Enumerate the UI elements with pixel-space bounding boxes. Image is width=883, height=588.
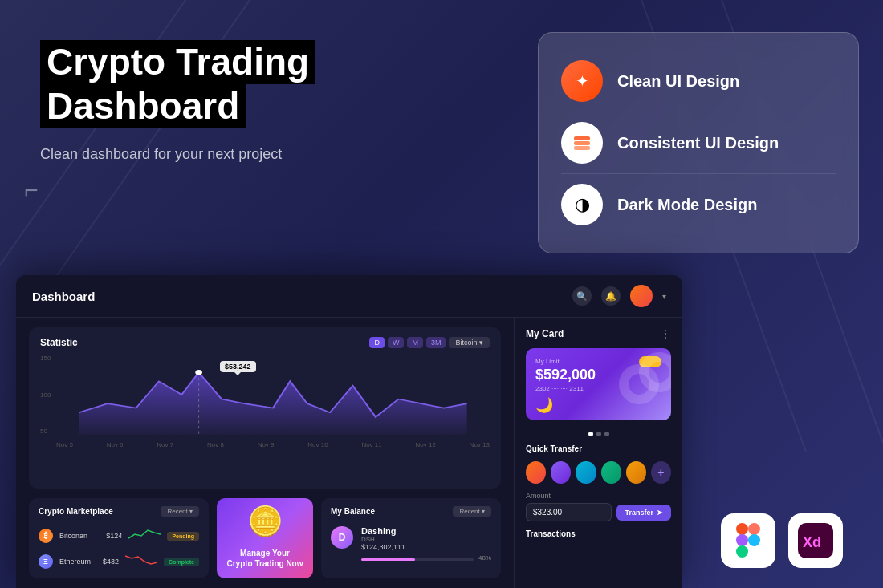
dashboard-left: Statistic D W M 3M Bitcoin ▾ $53,242 150… bbox=[16, 318, 514, 588]
consistent-ui-label: Consistent UI Design bbox=[617, 134, 779, 152]
chart-price-label: $53,242 bbox=[220, 361, 256, 372]
filter-3m[interactable]: 3M bbox=[426, 337, 446, 348]
y-label-50: 50 bbox=[40, 428, 51, 435]
balance-recent-btn[interactable]: Recent ▾ bbox=[453, 506, 491, 517]
btc-price: $124 bbox=[106, 532, 122, 540]
transfer-button[interactable]: Transfer ➤ bbox=[616, 505, 671, 521]
header-icons: 🔍 🔔 ▾ bbox=[572, 285, 666, 307]
filter-w[interactable]: W bbox=[388, 337, 405, 348]
x-label-9: Nov 13 bbox=[470, 441, 490, 448]
quick-transfer-title: Quick Transfer bbox=[526, 444, 671, 453]
svg-point-7 bbox=[748, 534, 760, 546]
my-balance-card: My Balance Recent ▾ D Dashing DSH $124,3… bbox=[321, 498, 501, 578]
transactions-title: Transactions bbox=[526, 529, 671, 538]
title-line2: Dashboard bbox=[40, 84, 246, 128]
dashboard-title: Dashboard bbox=[32, 290, 95, 303]
y-label-100: 100 bbox=[40, 391, 51, 399]
add-recipient-btn[interactable]: + bbox=[651, 461, 671, 484]
dashboard-header: Dashboard 🔍 🔔 ▾ bbox=[16, 275, 682, 318]
dashboard-preview: Dashboard 🔍 🔔 ▾ Statistic D W M 3M Bitc bbox=[16, 275, 682, 588]
chart-svg bbox=[40, 355, 490, 435]
crypto-row-btc: ₿ Bitconan $124 Pending bbox=[39, 523, 199, 549]
transfer-avatar-5[interactable] bbox=[626, 461, 646, 484]
svg-rect-5 bbox=[736, 534, 748, 546]
transfer-arrow-icon: ➤ bbox=[657, 509, 663, 517]
xd-logo: Xd bbox=[798, 523, 833, 558]
amount-row: $323.00 Transfer ➤ bbox=[526, 503, 671, 521]
hero-title: Crypto Trading Dashboard bbox=[40, 40, 433, 128]
svg-rect-3 bbox=[736, 523, 748, 535]
x-label-5: Nov 9 bbox=[258, 441, 275, 448]
filter-d[interactable]: D bbox=[369, 337, 385, 348]
x-label-7: Nov 11 bbox=[361, 441, 381, 448]
x-label-2: Nov 6 bbox=[107, 441, 124, 448]
balance-row: D Dashing DSH $124,302,111 48% bbox=[331, 523, 491, 565]
dashboard-right: My Card ⋮ My Limit $592,000 2302 ···· ··… bbox=[514, 318, 682, 588]
filter-m[interactable]: M bbox=[407, 337, 423, 348]
dashboard-body: Statistic D W M 3M Bitcoin ▾ $53,242 150… bbox=[16, 318, 682, 588]
card-menu-icon[interactable]: ⋮ bbox=[660, 327, 671, 340]
stat-filters: D W M 3M Bitcoin ▾ bbox=[369, 337, 490, 348]
clean-ui-label: Clean UI Design bbox=[617, 72, 739, 91]
card-circle-2 bbox=[619, 364, 659, 404]
transfer-avatar-1[interactable] bbox=[526, 461, 546, 484]
transfer-avatars: + bbox=[526, 461, 671, 484]
transfer-avatar-3[interactable] bbox=[576, 461, 596, 484]
svg-rect-6 bbox=[736, 545, 748, 558]
figma-logo bbox=[736, 523, 760, 558]
card-dot-1 bbox=[588, 432, 593, 436]
hero-panel: Crypto Trading Dashboard Clean dashboard… bbox=[0, 0, 466, 273]
eth-status: Complete bbox=[164, 558, 199, 566]
chart-x-labels: Nov 5 Nov 6 Nov 7 Nov 8 Nov 9 Nov 10 Nov… bbox=[40, 441, 490, 448]
dark-mode-icon: ◑ bbox=[561, 184, 603, 225]
tools-panel: Xd bbox=[721, 513, 843, 568]
dark-mode-label: Dark Mode Design bbox=[617, 196, 757, 214]
statistic-title: Statistic bbox=[40, 337, 78, 348]
svg-rect-2 bbox=[574, 146, 590, 150]
eth-chart bbox=[125, 552, 157, 571]
balance-progress-bar bbox=[361, 558, 474, 561]
card-dot-2 bbox=[596, 432, 601, 436]
amount-label: Amount bbox=[526, 492, 671, 500]
balance-info: Dashing DSH $124,302,111 48% bbox=[361, 526, 491, 562]
statistic-card: Statistic D W M 3M Bitcoin ▾ $53,242 150… bbox=[29, 327, 501, 489]
chart-area: $53,242 150 100 50 bbox=[40, 355, 490, 435]
x-label-8: Nov 12 bbox=[416, 441, 436, 448]
btc-status: Pending bbox=[167, 532, 199, 541]
search-icon[interactable]: 🔍 bbox=[572, 286, 592, 306]
crypto-market-title: Crypto Marketplace bbox=[39, 507, 113, 516]
dashboard-bottom-row: Crypto Marketplace Recent ▾ ₿ Bitconan $… bbox=[29, 498, 501, 578]
svg-rect-0 bbox=[574, 136, 590, 140]
svg-rect-1 bbox=[574, 141, 590, 145]
btc-icon: ₿ bbox=[39, 529, 53, 543]
x-label-6: Nov 10 bbox=[307, 441, 328, 448]
crypto-row-eth: Ξ Ethereum $432 Complete bbox=[39, 549, 199, 574]
xd-tool-icon: Xd bbox=[788, 513, 843, 568]
my-card-title: My Card bbox=[526, 328, 564, 339]
arrow-decoration: ⌐ bbox=[24, 176, 39, 204]
price-dot bbox=[195, 370, 202, 375]
crypto-marketplace: Crypto Marketplace Recent ▾ ₿ Bitconan $… bbox=[29, 498, 209, 578]
btc-name: Bitconan bbox=[59, 532, 100, 540]
features-box: ✦ Clean UI Design Consistent UI Design ◑… bbox=[538, 32, 859, 253]
features-panel: ✦ Clean UI Design Consistent UI Design ◑… bbox=[538, 32, 859, 253]
promo-text: Manage Your Crypto Trading Now bbox=[226, 548, 303, 569]
notification-icon[interactable]: 🔔 bbox=[601, 286, 621, 306]
balance-bar-row: 48% bbox=[361, 554, 491, 562]
amount-input[interactable]: $323.00 bbox=[526, 503, 612, 521]
feature-item-clean-ui: ✦ Clean UI Design bbox=[561, 51, 836, 112]
svg-text:Xd: Xd bbox=[803, 534, 821, 550]
x-label-4: Nov 8 bbox=[207, 441, 224, 448]
transfer-avatar-4[interactable] bbox=[601, 461, 621, 484]
figma-tool-icon bbox=[721, 513, 775, 568]
clean-ui-icon: ✦ bbox=[561, 60, 603, 102]
feature-item-consistent-ui: Consistent UI Design bbox=[561, 112, 836, 173]
crypto-recent-btn[interactable]: Recent ▾ bbox=[161, 506, 199, 517]
bitcoin-filter[interactable]: Bitcoin ▾ bbox=[449, 337, 490, 348]
user-avatar[interactable] bbox=[630, 285, 653, 307]
my-balance-title: My Balance bbox=[331, 507, 375, 516]
chevron-down-icon: ▾ bbox=[662, 292, 666, 301]
promo-card: 🪙 Manage Your Crypto Trading Now bbox=[217, 498, 313, 578]
transfer-avatar-2[interactable] bbox=[551, 461, 571, 484]
eth-name: Ethereum bbox=[59, 558, 96, 566]
